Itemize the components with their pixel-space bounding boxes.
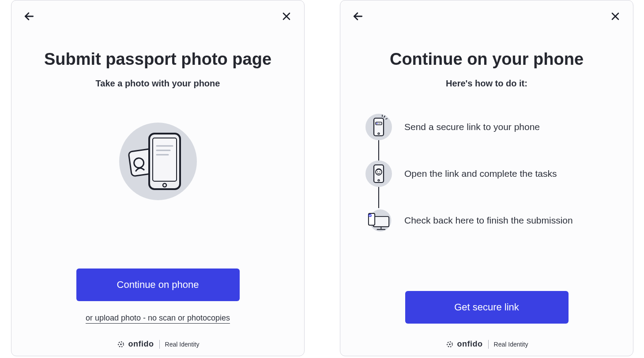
step-icon-send-link: [365, 113, 393, 141]
back-button[interactable]: [351, 9, 365, 23]
footer: onfido Real Identity: [340, 332, 633, 356]
back-button[interactable]: [22, 9, 36, 23]
step-item: Send a secure link to your phone: [365, 113, 573, 141]
svg-rect-7: [153, 138, 177, 181]
step-item: Check back here to finish the submission: [365, 206, 573, 235]
svg-point-34: [369, 214, 372, 217]
panel-body: Continue on your phone Here's how to do …: [340, 23, 633, 332]
cta-area: Get secure link: [358, 291, 615, 332]
footer-divider: [159, 340, 160, 349]
panel-header: [340, 0, 633, 23]
phone-notify-icon: [365, 113, 393, 141]
upload-photo-link[interactable]: or upload photo - no scan or photocopies: [86, 313, 230, 324]
onfido-logo: onfido: [117, 339, 154, 349]
page-subtitle: Here's how to do it:: [446, 78, 527, 89]
panel-header: [11, 0, 304, 23]
svg-point-27: [377, 171, 378, 172]
footer-divider: [488, 340, 489, 349]
step-icon-open-link: [365, 160, 393, 188]
svg-point-36: [449, 343, 451, 345]
close-button[interactable]: [608, 9, 622, 23]
arrow-left-icon: [23, 11, 35, 22]
footer: onfido Real Identity: [11, 332, 304, 356]
cta-area: Continue on phone or upload photo - no s…: [29, 268, 286, 332]
close-icon: [281, 11, 292, 22]
step-text: Check back here to finish the submission: [404, 215, 573, 226]
phone-face-icon: [365, 160, 393, 188]
onfido-logo: onfido: [445, 339, 483, 349]
step-icon-check-back: [365, 206, 393, 235]
onfido-mark-icon: [117, 340, 125, 349]
panel-body: Submit passport photo page Take a photo …: [11, 23, 304, 332]
continue-on-phone-button[interactable]: Continue on phone: [76, 268, 240, 301]
desktop-phone-check-icon: [365, 206, 393, 235]
svg-point-28: [380, 171, 380, 172]
step-text: Open the link and complete the tasks: [404, 168, 557, 179]
close-icon: [610, 11, 621, 22]
svg-point-13: [120, 343, 122, 345]
svg-rect-30: [373, 216, 389, 227]
page-title: Continue on your phone: [390, 50, 584, 69]
steps-list: Send a secure link to your phone: [365, 113, 573, 235]
onfido-mark-icon: [445, 340, 454, 349]
svg-point-21: [377, 123, 378, 124]
brand-name: onfido: [128, 339, 154, 349]
close-button[interactable]: [279, 9, 294, 23]
page-title: Submit passport photo page: [44, 50, 271, 69]
brand-name: onfido: [457, 339, 483, 349]
footer-tagline: Real Identity: [494, 341, 528, 348]
arrow-left-icon: [352, 11, 364, 22]
panel-continue-on-phone: Continue on your phone Here's how to do …: [340, 0, 633, 356]
panel-submit-passport: Submit passport photo page Take a photo …: [11, 0, 305, 356]
step-connector: [378, 138, 379, 161]
footer-tagline: Real Identity: [165, 341, 200, 348]
step-connector: [378, 185, 379, 208]
illustration: [116, 119, 200, 268]
step-item: Open the link and complete the tasks: [365, 160, 573, 188]
step-text: Send a secure link to your phone: [404, 122, 540, 132]
get-secure-link-button[interactable]: Get secure link: [405, 291, 569, 324]
phone-id-illustration-icon: [116, 119, 200, 203]
page-subtitle: Take a photo with your phone: [96, 78, 220, 89]
